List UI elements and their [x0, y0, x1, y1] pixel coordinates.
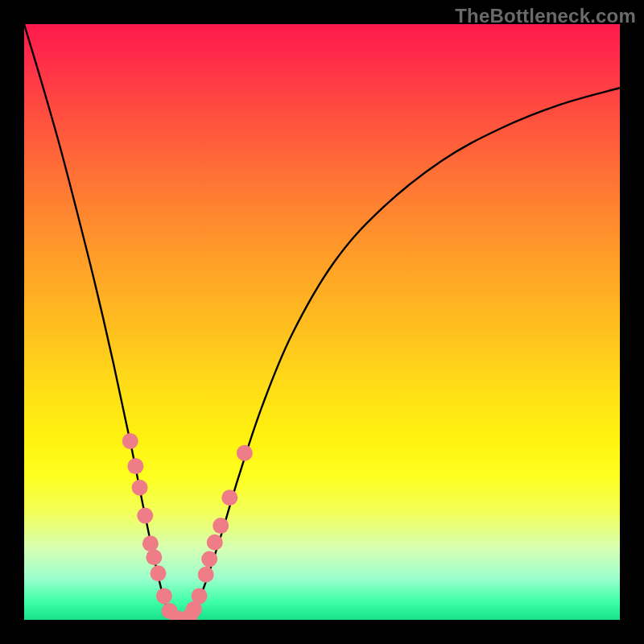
- sample-point: [122, 433, 138, 449]
- sample-point: [198, 567, 214, 583]
- sample-point: [213, 518, 229, 534]
- sample-point: [127, 458, 143, 474]
- sample-point: [221, 489, 237, 506]
- sample-point: [151, 565, 167, 581]
- chart-frame: TheBottleneck.com: [0, 0, 644, 644]
- sample-point: [137, 508, 153, 524]
- sample-points-group: [122, 433, 253, 620]
- sample-point: [146, 549, 162, 565]
- sample-point: [132, 480, 148, 496]
- sample-point: [207, 535, 223, 551]
- bottleneck-curve: [24, 24, 620, 620]
- plot-area: [24, 24, 620, 620]
- chart-svg: [24, 24, 620, 620]
- sample-point: [201, 551, 217, 568]
- sample-point: [142, 535, 159, 551]
- sample-point: [156, 588, 172, 604]
- sample-point: [237, 445, 253, 461]
- sample-point: [192, 588, 208, 604]
